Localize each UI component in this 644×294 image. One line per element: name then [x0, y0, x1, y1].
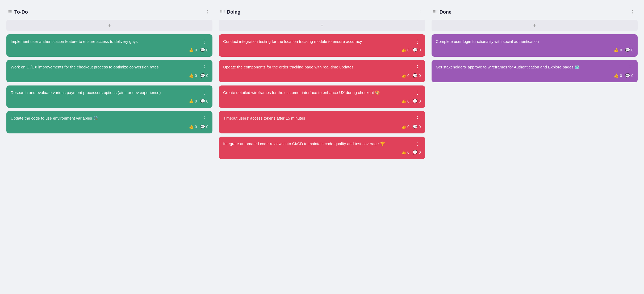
- card-menu-icon[interactable]: ⋮: [201, 115, 208, 121]
- add-card-button-doing[interactable]: +: [219, 20, 425, 31]
- card[interactable]: Conduct integration testing for the loca…: [219, 34, 425, 57]
- card-menu-icon[interactable]: ⋮: [414, 90, 421, 96]
- card-menu-icon[interactable]: ⋮: [414, 141, 421, 147]
- column-menu-done[interactable]: ⋮: [629, 9, 637, 15]
- like-icon: 👍: [401, 150, 406, 155]
- card-comments[interactable]: 💬0: [413, 99, 421, 104]
- like-count: 0: [195, 74, 197, 78]
- card[interactable]: Timeout users' access tokens after 15 mi…: [219, 111, 425, 133]
- card[interactable]: Work on UI/UX improvements for the check…: [6, 60, 212, 82]
- card-likes[interactable]: 👍0: [401, 48, 409, 52]
- column-header-done: ⠿⠿Done⋮: [432, 6, 638, 20]
- card-menu-icon[interactable]: ⋮: [626, 39, 633, 44]
- card-content: Implement user authentication feature to…: [11, 39, 208, 44]
- like-count: 0: [620, 48, 622, 52]
- comment-icon: 💬: [413, 48, 418, 52]
- drag-handle-icon[interactable]: ⠿⠿: [7, 10, 12, 14]
- card-content: Update the components for the order trac…: [223, 64, 421, 70]
- like-icon: 👍: [189, 124, 194, 129]
- like-icon: 👍: [401, 124, 406, 129]
- like-icon: 👍: [401, 48, 406, 52]
- card-comments[interactable]: 💬0: [413, 150, 421, 155]
- card[interactable]: Update the code to use environment varia…: [6, 111, 212, 133]
- card-menu-icon[interactable]: ⋮: [626, 64, 633, 70]
- card[interactable]: Integrate automated code-reviews into CI…: [219, 137, 425, 159]
- card[interactable]: Implement user authentication feature to…: [6, 34, 212, 57]
- column-done: ⠿⠿Done⋮+Complete user login functionalit…: [432, 6, 638, 82]
- card-likes[interactable]: 👍0: [401, 124, 409, 129]
- card-footer: 👍0💬0: [436, 48, 633, 52]
- like-icon: 👍: [401, 73, 406, 78]
- card-text: Timeout users' access tokens after 15 mi…: [223, 115, 412, 121]
- card[interactable]: Research and evaluate various payment pr…: [6, 85, 212, 108]
- like-count: 0: [407, 48, 409, 52]
- card[interactable]: Complete user login functionality with s…: [432, 34, 638, 57]
- card-likes[interactable]: 👍0: [401, 150, 409, 155]
- card-footer: 👍0💬0: [223, 124, 421, 129]
- column-menu-doing[interactable]: ⋮: [416, 9, 424, 15]
- comment-count: 0: [419, 150, 421, 154]
- card-menu-icon[interactable]: ⋮: [201, 39, 208, 44]
- card-text: Implement user authentication feature to…: [11, 39, 199, 44]
- card-text: Research and evaluate various payment pr…: [11, 90, 199, 96]
- card-comments[interactable]: 💬0: [413, 48, 421, 52]
- card-likes[interactable]: 👍0: [189, 124, 197, 129]
- card[interactable]: Update the components for the order trac…: [219, 60, 425, 82]
- add-card-button-done[interactable]: +: [432, 20, 638, 31]
- card-comments[interactable]: 💬0: [200, 48, 208, 52]
- like-icon: 👍: [401, 99, 406, 104]
- card-comments[interactable]: 💬0: [200, 124, 208, 129]
- card[interactable]: Get stakeholders' approve to wireframes …: [432, 60, 638, 82]
- drag-handle-icon[interactable]: ⠿⠿: [220, 10, 225, 14]
- column-title-done: Done: [440, 9, 626, 15]
- column-title-doing: Doing: [227, 9, 414, 15]
- drag-handle-icon[interactable]: ⠿⠿: [433, 10, 437, 14]
- card[interactable]: Create detailed wireframes for the custo…: [219, 85, 425, 108]
- card-likes[interactable]: 👍0: [614, 48, 622, 52]
- cards-list-done: Complete user login functionality with s…: [432, 34, 638, 82]
- column-menu-todo[interactable]: ⋮: [203, 9, 211, 15]
- card-comments[interactable]: 💬0: [413, 124, 421, 129]
- cards-list-doing: Conduct integration testing for the loca…: [219, 34, 425, 159]
- card-likes[interactable]: 👍0: [401, 73, 409, 78]
- card-footer: 👍0💬0: [11, 99, 208, 104]
- card-menu-icon[interactable]: ⋮: [414, 64, 421, 70]
- card-comments[interactable]: 💬0: [200, 73, 208, 78]
- card-menu-icon[interactable]: ⋮: [414, 115, 421, 121]
- comment-count: 0: [206, 48, 208, 52]
- card-footer: 👍0💬0: [11, 48, 208, 52]
- card-text: Work on UI/UX improvements for the check…: [11, 64, 199, 70]
- like-count: 0: [195, 125, 197, 129]
- comment-count: 0: [206, 125, 208, 129]
- like-count: 0: [407, 99, 409, 103]
- card-text: Get stakeholders' approve to wireframes …: [436, 64, 624, 70]
- comment-icon: 💬: [413, 73, 418, 78]
- card-content: Work on UI/UX improvements for the check…: [11, 64, 208, 70]
- card-content: Create detailed wireframes for the custo…: [223, 90, 421, 96]
- card-comments[interactable]: 💬0: [625, 48, 633, 52]
- card-likes[interactable]: 👍0: [189, 73, 197, 78]
- comment-icon: 💬: [625, 48, 630, 52]
- card-content: Complete user login functionality with s…: [436, 39, 633, 44]
- comment-icon: 💬: [200, 124, 205, 129]
- card-menu-icon[interactable]: ⋮: [201, 64, 208, 70]
- comment-icon: 💬: [413, 124, 418, 129]
- kanban-board: ⠿⠿To-Do⋮+Implement user authentication f…: [6, 6, 638, 159]
- like-count: 0: [620, 74, 622, 78]
- card-comments[interactable]: 💬0: [200, 99, 208, 104]
- card-menu-icon[interactable]: ⋮: [201, 90, 208, 96]
- card-content: Timeout users' access tokens after 15 mi…: [223, 115, 421, 121]
- like-icon: 👍: [189, 48, 194, 52]
- card-content: Update the code to use environment varia…: [11, 115, 208, 121]
- card-likes[interactable]: 👍0: [614, 73, 622, 78]
- card-comments[interactable]: 💬0: [413, 73, 421, 78]
- card-comments[interactable]: 💬0: [625, 73, 633, 78]
- card-likes[interactable]: 👍0: [189, 99, 197, 104]
- like-icon: 👍: [614, 73, 619, 78]
- card-likes[interactable]: 👍0: [401, 99, 409, 104]
- add-card-button-todo[interactable]: +: [6, 20, 212, 31]
- column-header-doing: ⠿⠿Doing⋮: [219, 6, 425, 20]
- card-likes[interactable]: 👍0: [189, 48, 197, 52]
- comment-icon: 💬: [200, 48, 205, 52]
- card-menu-icon[interactable]: ⋮: [414, 39, 421, 44]
